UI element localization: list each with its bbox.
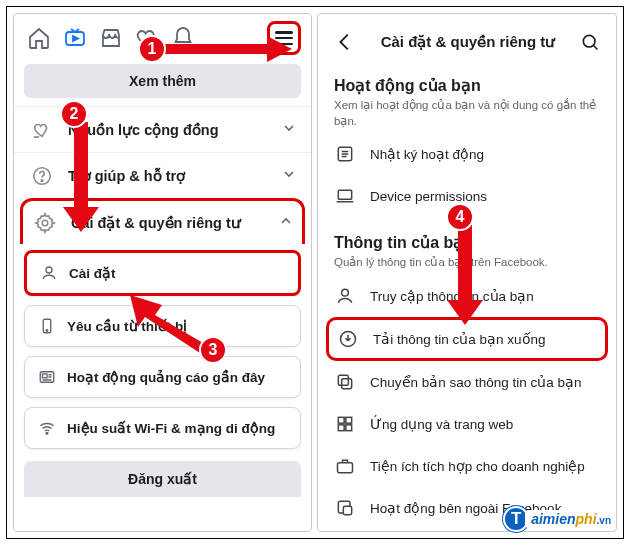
group-title: Hoạt động của bạn [334,76,600,95]
chevron-down-icon [281,166,297,185]
item-label: Tải thông tin của bạn xuống [373,331,546,347]
settings-privacy-row[interactable]: Cài đặt & quyền riêng tư [20,198,305,244]
item-label: Nhật ký hoạt động [370,146,484,162]
gear-icon [31,209,59,237]
left-phone: Xem thêm Nguồn lực cộng đồng Trợ giúp & … [13,13,312,532]
row-label: Cài đặt & quyền riêng tư [71,215,241,231]
watermark-text-3: .vn [597,515,611,526]
item-label: Chuyển bản sao thông tin của bạn [370,374,582,390]
device-requests-card[interactable]: Yêu cầu từ thiết bị [24,305,301,347]
group-subtitle: Xem lại hoạt động của bạn và nội dung có… [334,98,600,129]
help-icon [28,162,56,190]
svg-rect-19 [338,424,344,430]
community-resources-row[interactable]: Nguồn lực cộng đồng [14,106,311,152]
watermark: T aimienphi.vn [503,506,615,532]
apps-web-item[interactable]: Ứng dụng và trang web [318,403,616,445]
card-label: Hoạt động quảng cáo gần đây [67,369,265,385]
download-info-item[interactable]: Tải thông tin của bạn xuống [326,317,608,361]
watermark-text-2: phi [576,511,597,527]
svg-point-10 [583,35,595,47]
home-icon[interactable] [24,23,54,53]
marketplace-icon[interactable] [96,23,126,53]
grid-icon [334,413,356,435]
activity-log-item[interactable]: Nhật ký hoạt động [318,133,616,175]
person-icon [334,285,356,307]
user-gear-icon [39,263,59,283]
svg-rect-18 [346,417,352,423]
svg-rect-12 [338,190,351,199]
device-icon [37,316,57,336]
download-icon [337,328,359,350]
access-info-item[interactable]: Truy cập thông tin của bạn [318,275,616,317]
page-title: Cài đặt & quyền riêng tư [368,33,568,51]
chevron-up-icon [278,213,294,232]
svg-point-4 [46,267,52,273]
list-icon [334,143,356,165]
callout-2: 2 [60,100,88,128]
back-icon[interactable] [332,29,358,55]
watermark-text-1: aimien [531,511,575,527]
svg-rect-15 [342,378,352,388]
right-phone: Cài đặt & quyền riêng tư Hoạt động của b… [317,13,617,532]
item-label: Truy cập thông tin của bạn [370,288,534,304]
card-label: Cài đặt [69,265,116,281]
heart-hand-icon [28,116,56,144]
help-support-row[interactable]: Trợ giúp & hỗ trợ [14,152,311,198]
offfb-icon [334,497,356,519]
settings-cards: Cài đặt Yêu cầu từ thiết bị Hoạt động qu… [14,244,311,457]
svg-rect-17 [338,417,344,423]
svg-rect-8 [43,374,48,378]
svg-point-6 [46,330,48,332]
see-more-button[interactable]: Xem thêm [24,64,301,98]
row-label: Trợ giúp & hỗ trợ [68,168,185,184]
svg-point-13 [342,289,349,296]
svg-rect-23 [343,506,351,514]
wifi-icon [37,418,57,438]
group-title: Thông tin của bạn [334,233,600,252]
settings-header: Cài đặt & quyền riêng tư [318,14,616,60]
svg-point-9 [46,432,48,434]
your-activity-group: Hoạt động của bạn Xem lại hoạt động của … [318,60,616,133]
item-label: Ứng dụng và trang web [370,416,513,432]
svg-rect-20 [346,424,352,430]
callout-3: 3 [199,336,227,364]
copy-icon [334,371,356,393]
svg-rect-16 [338,375,348,385]
callout-4: 4 [446,203,474,231]
business-integrations-item[interactable]: Tiện ích tích hợp cho doanh nghiệp [318,445,616,487]
row-label: Nguồn lực cộng đồng [68,122,219,138]
card-label: Hiệu suất Wi-Fi & mạng di động [67,420,275,436]
wifi-card[interactable]: Hiệu suất Wi-Fi & mạng di động [24,407,301,449]
notifications-icon[interactable] [168,23,198,53]
chevron-down-icon [281,120,297,139]
svg-point-2 [41,179,43,181]
laptop-icon [334,185,356,207]
recent-ads-card[interactable]: Hoạt động quảng cáo gần đây [24,356,301,398]
settings-card[interactable]: Cài đặt [24,250,301,296]
ads-icon [37,367,57,387]
svg-rect-21 [338,462,353,472]
search-icon[interactable] [578,30,602,54]
group-subtitle: Quản lý thông tin của bạn trên Facebook. [334,255,600,271]
callout-1: 1 [138,35,166,63]
briefcase-icon [334,455,356,477]
transfer-info-item[interactable]: Chuyển bản sao thông tin của bạn [318,361,616,403]
item-label: Tiện ích tích hợp cho doanh nghiệp [370,458,585,474]
card-label: Yêu cầu từ thiết bị [67,318,187,334]
svg-point-3 [42,220,48,226]
logout-button[interactable]: Đăng xuất [24,461,301,497]
menu-icon[interactable] [267,21,301,55]
watch-icon[interactable] [60,23,90,53]
item-label: Device permissions [370,189,487,204]
